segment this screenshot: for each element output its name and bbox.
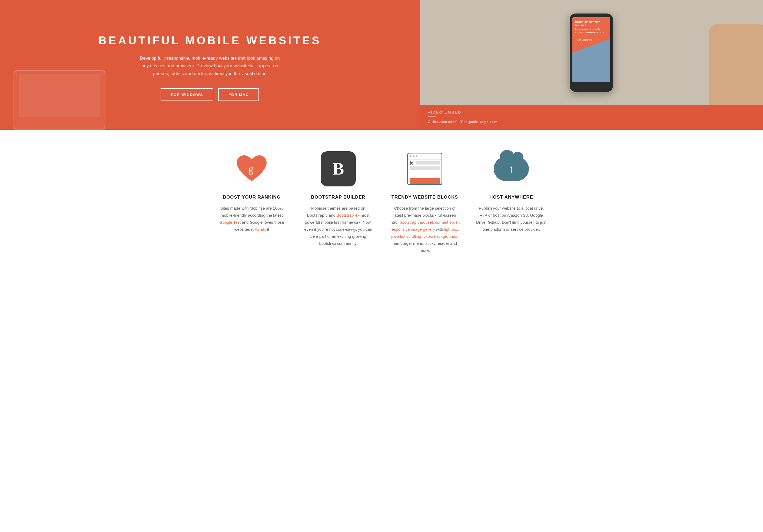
- hero-phone-area: MOBIRISE WEBSITE BUILDER Create awesome …: [420, 0, 763, 105]
- blocks-comma4: ,: [421, 234, 423, 238]
- hosting-desc: Publish your website to a local drive, F…: [476, 205, 546, 233]
- bootstrap-b-letter: B: [333, 160, 344, 178]
- ranking-icon-container: g: [234, 151, 269, 186]
- hosting-title: HOST ANYWHERE: [490, 195, 533, 200]
- svg-text:g: g: [248, 163, 253, 175]
- dot2: [413, 155, 414, 157]
- blocks-title: TRENDY WEBSITE BLOCKS: [391, 195, 458, 200]
- phone-title-text: MOBIRISE WEBSITE BUILDER: [575, 21, 600, 27]
- windows-button[interactable]: FOR WINDOWS: [161, 88, 213, 101]
- hosting-icon-container: ↑: [494, 151, 529, 186]
- hero-desc-link[interactable]: mobile-ready websites: [191, 56, 237, 61]
- video-subtitle: Online video and YouTube particularly is…: [428, 119, 499, 124]
- hero-left-panel: BEAUTIFUL MOBILE WEBSITES Develop fully …: [0, 0, 420, 130]
- ranking-link2[interactable]: officially: [253, 227, 267, 231]
- feature-blocks: TRENDY WEBSITE BLOCKS Choose from the la…: [382, 151, 468, 254]
- phone-btn: FOR WINDOWS: [575, 38, 594, 42]
- bootstrap-icon-container: B: [321, 151, 356, 186]
- hero-right-panel: MOBIRISE WEBSITE BUILDER Create awesome …: [420, 0, 763, 130]
- bootstrap-b-icon: B: [321, 151, 356, 186]
- phone-screen-text: MOBIRISE WEBSITE BUILDER Create awesome …: [572, 17, 610, 37]
- bootstrap-desc: Mobirise themes are based on Bootstrap 3…: [303, 205, 374, 247]
- upload-arrow-icon: ↑: [508, 163, 514, 175]
- video-label: VIDEO EMBED: [428, 110, 461, 114]
- blocks-comma1: ,: [433, 220, 435, 224]
- hand-decoration: [709, 24, 763, 105]
- blocks-with: with: [435, 227, 444, 231]
- phone-screen: MOBIRISE WEBSITE BUILDER Create awesome …: [572, 17, 610, 82]
- dot1: [410, 155, 411, 157]
- ranking-title: BOOST YOUR RANKING: [223, 195, 281, 200]
- ranking-link1[interactable]: Google Test: [219, 220, 241, 224]
- hero-description: Develop fully responsive, mobile-ready w…: [140, 54, 280, 78]
- mac-button[interactable]: FOR MAC: [218, 88, 259, 101]
- feature-ranking: g BOOST YOUR RANKING Sites made with Mob…: [208, 151, 295, 254]
- phone-subtitle-text: Create awesome no-code websites. No codi…: [575, 28, 604, 34]
- blocks-link2[interactable]: content slider: [435, 220, 459, 224]
- blocks-link4[interactable]: lightbox: [444, 227, 458, 231]
- phone-mockup: MOBIRISE WEBSITE BUILDER Create awesome …: [570, 14, 613, 92]
- blocks-desc: Choose from the large selection of lates…: [389, 205, 460, 254]
- features-section: g BOOST YOUR RANKING Sites made with Mob…: [0, 130, 763, 270]
- ranking-desc-start: Sites made with Mobirise are 100% mobile…: [220, 206, 283, 218]
- hero-buttons: FOR WINDOWS FOR MAC: [161, 88, 259, 101]
- hero-section: BEAUTIFUL MOBILE WEBSITES Develop fully …: [0, 0, 763, 130]
- blocks-link1[interactable]: bootstrap carousel: [400, 220, 433, 224]
- hero-title: BEAUTIFUL MOBILE WEBSITES: [98, 34, 321, 47]
- heart-google-icon: g: [236, 154, 268, 184]
- blocks-icon-container: [407, 151, 442, 186]
- ranking-desc-end: )!: [267, 227, 269, 231]
- hero-desc-start: Develop fully responsive,: [140, 56, 191, 61]
- bootstrap-desc-end: - most powerful mobile first framework. …: [304, 213, 372, 246]
- blocks-link6[interactable]: video backgrounds: [423, 234, 457, 238]
- cloud-upload-icon: ↑: [494, 154, 529, 184]
- feature-bootstrap: B BOOTSTRAP BUILDER Mobirise themes are …: [295, 151, 382, 254]
- heart-svg: g: [236, 154, 268, 184]
- blocks-comma2: ,: [459, 220, 460, 224]
- blocks-link5[interactable]: parallax scrolling: [391, 234, 421, 238]
- svg-marker-1: [410, 161, 414, 165]
- bootstrap-link1[interactable]: Bootstrap 4: [337, 213, 357, 218]
- video-divider: [428, 117, 436, 117]
- dot3: [416, 155, 417, 157]
- ranking-desc: Sites made with Mobirise are 100% mobile…: [217, 205, 287, 233]
- hero-video-bar: VIDEO EMBED Online video and YouTube par…: [420, 105, 763, 129]
- blocks-titlebar: [408, 153, 442, 159]
- blocks-link3[interactable]: responsive image gallery: [390, 227, 435, 231]
- bootstrap-title: BOOTSTRAP BUILDER: [311, 195, 365, 200]
- feature-hosting: ↑ HOST ANYWHERE Publish your website to …: [468, 151, 555, 254]
- blocks-comma3: ,: [458, 227, 459, 231]
- cursor-icon: [410, 160, 414, 165]
- website-blocks-icon: [407, 153, 442, 185]
- cloud-shape: ↑: [494, 157, 529, 181]
